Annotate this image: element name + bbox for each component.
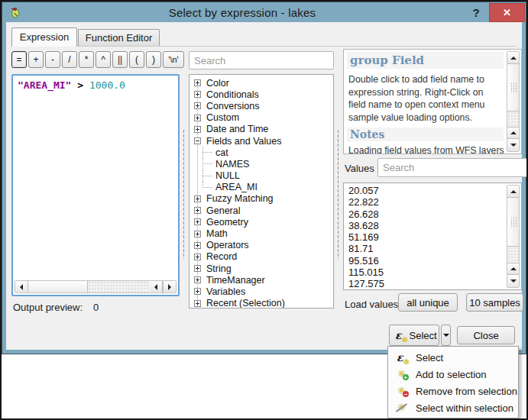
value-item[interactable]: 127.575 xyxy=(348,278,521,289)
epsilon-select-icon: ε✳ xyxy=(395,351,416,363)
operator-button[interactable]: - xyxy=(45,51,60,68)
operator-button[interactable]: / xyxy=(62,51,77,68)
tree-item[interactable]: Date and Time xyxy=(189,124,333,135)
values-search-input[interactable] xyxy=(377,158,527,177)
tree-item-label: Date and Time xyxy=(206,124,268,134)
tree-item[interactable]: cat xyxy=(189,147,333,158)
operator-button[interactable]: '\n' xyxy=(163,51,184,68)
titlebar[interactable]: Select by expression - lakes ? ✕ xyxy=(2,2,526,22)
operator-button[interactable]: + xyxy=(28,51,44,68)
operator-button[interactable]: ) xyxy=(146,51,161,68)
collapse-icon[interactable] xyxy=(194,137,201,144)
expand-icon[interactable] xyxy=(194,300,201,307)
expand-icon[interactable] xyxy=(194,288,201,295)
scroll-left-icon[interactable] xyxy=(15,281,28,292)
tree-item[interactable]: Conditionals xyxy=(189,89,333,100)
tab-function-editor[interactable]: Function Editor xyxy=(78,29,160,47)
value-item[interactable]: 20.057 xyxy=(348,185,521,196)
scroll-down-icon[interactable] xyxy=(507,139,519,151)
tree-item[interactable]: Math xyxy=(189,228,333,239)
tree-item-label: Math xyxy=(206,228,228,239)
help-panel: group Field Double click to add field na… xyxy=(343,49,522,154)
expand-icon[interactable] xyxy=(194,126,201,133)
expand-icon[interactable] xyxy=(194,231,201,237)
ten-samples-button[interactable]: 10 samples xyxy=(466,293,523,312)
value-item[interactable]: 95.516 xyxy=(348,255,521,267)
scrollbar-thumb[interactable] xyxy=(28,281,88,292)
tree-item[interactable]: Record xyxy=(189,251,333,263)
scroll-down-icon[interactable] xyxy=(507,275,519,287)
expand-icon[interactable] xyxy=(194,207,201,214)
scrollbar-thumb[interactable] xyxy=(507,64,519,111)
scrollbar-track[interactable] xyxy=(507,247,519,263)
values-vertical-scrollbar[interactable] xyxy=(507,185,520,288)
help-vertical-scrollbar[interactable] xyxy=(507,51,520,152)
value-item[interactable]: 115.015 xyxy=(348,267,521,278)
tree-item[interactable]: Geometry xyxy=(189,216,333,228)
close-button[interactable]: Close xyxy=(457,326,515,344)
scrollbar-track[interactable] xyxy=(88,281,150,292)
tree-item[interactable]: Color xyxy=(189,77,333,89)
scrollbar-track[interactable] xyxy=(507,111,519,127)
tree-item[interactable]: NULL xyxy=(189,170,333,182)
value-item[interactable]: 38.628 xyxy=(348,220,521,231)
menu-item[interactable]: ✳Remove from selection xyxy=(388,383,518,399)
value-item[interactable]: 81.71 xyxy=(348,243,521,254)
expand-icon[interactable] xyxy=(194,242,201,249)
tree-item[interactable]: NAMES xyxy=(189,158,333,170)
all-unique-button[interactable]: all unique xyxy=(398,293,458,312)
menu-item[interactable]: ✳Select within selection xyxy=(388,399,518,416)
tree-item[interactable]: Conversions xyxy=(189,100,333,111)
tree-item[interactable]: String xyxy=(189,263,333,274)
tree-item-label: String xyxy=(206,263,232,274)
tree-item-label: Geometry xyxy=(206,217,248,228)
scrollbar-thumb[interactable] xyxy=(507,198,519,247)
operator-button[interactable]: ( xyxy=(129,51,144,68)
scroll-up-icon[interactable] xyxy=(507,186,519,198)
scroll-up-icon[interactable] xyxy=(507,52,519,64)
scroll-right-icon[interactable] xyxy=(163,281,176,292)
menu-item[interactable]: ε✳Select xyxy=(388,349,518,366)
operator-button[interactable]: || xyxy=(112,51,128,68)
menu-item[interactable]: ✳Add to selection xyxy=(388,366,518,383)
tree-item[interactable]: TimeManager xyxy=(189,274,333,286)
help-button[interactable]: ? xyxy=(463,6,489,19)
operator-button[interactable]: ^ xyxy=(96,51,111,68)
tree-item[interactable]: Fields and Values xyxy=(189,135,333,147)
expand-icon[interactable] xyxy=(194,115,201,121)
tree-item[interactable]: Recent (Selection) xyxy=(189,298,333,309)
function-search-input[interactable] xyxy=(189,51,334,69)
scroll-up-icon[interactable] xyxy=(507,263,519,275)
value-item[interactable]: 51.169 xyxy=(348,231,521,243)
tree-item[interactable]: AREA_MI xyxy=(189,182,333,193)
expand-icon[interactable] xyxy=(194,195,201,202)
help-notes-heading: Notes xyxy=(347,128,504,141)
expand-icon[interactable] xyxy=(194,265,201,272)
tree-item[interactable]: Variables xyxy=(189,286,333,297)
tree-item[interactable]: Fuzzy Matching xyxy=(189,193,333,205)
splitter-handle[interactable] xyxy=(183,129,185,259)
expression-editor[interactable]: "AREA_MI" > 1000.0 xyxy=(11,74,180,296)
expand-icon[interactable] xyxy=(194,276,201,283)
scroll-left-icon[interactable] xyxy=(150,281,163,292)
expand-icon[interactable] xyxy=(194,254,201,260)
tree-item[interactable]: Custom xyxy=(189,112,333,124)
tree-item[interactable]: Operators xyxy=(189,240,333,251)
expand-icon[interactable] xyxy=(194,91,201,98)
splitter-handle[interactable] xyxy=(337,129,339,259)
tree-item[interactable]: General xyxy=(189,205,333,216)
window-close-button[interactable]: ✕ xyxy=(489,3,525,22)
expand-icon[interactable] xyxy=(194,102,201,109)
tab-expression[interactable]: Expression xyxy=(11,27,77,47)
within-selection-icon: ✳ xyxy=(395,402,416,414)
operator-button[interactable]: * xyxy=(79,51,94,68)
editor-horizontal-scrollbar[interactable] xyxy=(15,280,177,293)
value-item[interactable]: 22.822 xyxy=(348,196,521,208)
operator-button[interactable]: = xyxy=(11,51,27,68)
value-item[interactable]: 26.628 xyxy=(348,208,521,220)
select-button[interactable]: ε✳ Select xyxy=(389,325,439,346)
select-dropdown-arrow-button[interactable] xyxy=(441,325,451,346)
expand-icon[interactable] xyxy=(194,79,201,86)
expand-icon[interactable] xyxy=(194,218,201,225)
scroll-up-icon[interactable] xyxy=(507,127,519,139)
